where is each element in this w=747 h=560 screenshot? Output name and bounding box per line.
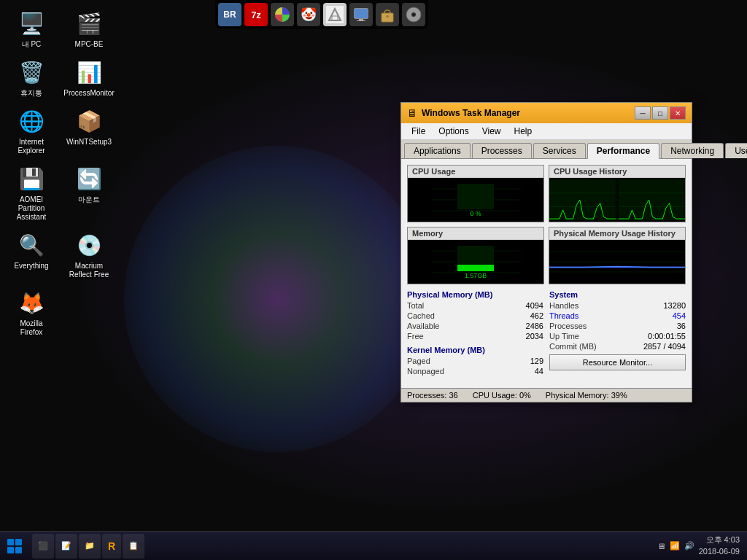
mem-history-content [549,240,685,284]
phys-mem-total: Total 4094 [407,300,543,311]
phys-mem-free-label: Free [407,332,424,341]
desktop-icon-recycle[interactable]: 🗑️ 휴지통 [6,55,57,101]
aomei-label: AOMEI Partition Assistant [9,195,54,222]
sys-handles-label: Handles [549,301,578,310]
maximize-button[interactable]: □ [652,106,668,120]
taskman-tb-icon: 📋 [128,541,139,551]
desktop-icon-macrium[interactable]: 💿 Macrium Reflect Free [63,228,115,282]
desktop-icon-mpcbe[interactable]: 🎬 MPC-BE [63,6,115,52]
launcher-pc[interactable] [349,3,373,26]
tray-speaker-icon: 🔊 [684,541,694,551]
status-cpu: CPU Usage: 0% [473,391,531,400]
winntsetup-icon: 📦 [74,106,104,136]
menu-view[interactable]: View [476,125,507,138]
tray-network-icon: 📶 [670,541,680,551]
cpu-history-graph [549,178,685,222]
system-title: System [549,290,686,299]
maount-icon: 🔄 [74,164,104,193]
launcher-disc[interactable] [402,3,425,26]
firefox-label: Mozilla Firefox [9,319,54,337]
task-manager-content: CPU Usage 0 [401,159,692,388]
start-button[interactable] [0,532,29,561]
taskbar-item-r[interactable]: R [102,534,121,559]
physical-memory-table: Physical Memory (MB) Total 4094 Cached 4… [407,290,543,341]
everything-label: Everything [14,262,48,271]
svg-rect-9 [386,15,389,18]
firefox-icon: 🦊 [17,288,46,317]
desktop-icon-maount[interactable]: 🔄 마운트 [63,161,115,225]
aomei-icon: 💾 [17,164,46,193]
resource-monitor-button[interactable]: Resource Monitor... [549,354,686,370]
taskbar-item-taskman[interactable]: 📋 [123,534,144,559]
launcher-pie[interactable] [271,3,294,26]
minimize-button[interactable]: ─ [635,106,651,120]
taskbar: ⬛ 📝 📁 R 📋 🖥 📶 🔊 오후 4:03 2018-06-09 [0,531,747,560]
cpu-usage-content: 0 % [408,178,543,222]
sys-threads: Threads 454 [549,311,686,321]
taskbar-item-folder[interactable]: 📁 [79,534,101,559]
recycle-icon: 🗑️ [17,58,46,87]
launcher-br[interactable]: BR [218,3,241,26]
window-controls: ─ □ ✕ [635,106,686,120]
macrium-icon: 💿 [74,230,104,260]
mem-history-title: Physical Memory Usage History [549,228,685,240]
menu-options[interactable]: Options [433,125,474,138]
launcher-bag[interactable] [376,3,399,26]
taskbar-item-notepad[interactable]: 📝 [55,534,77,559]
desktop-icon-processmonitor[interactable]: 📊 ProcessMonitor [63,55,115,101]
mpcbe-label: MPC-BE [75,40,104,49]
launcher-paint[interactable] [323,3,347,26]
menu-help[interactable]: Help [508,125,538,138]
kernel-nonpaged: Nonpaged 44 [407,366,543,376]
desktop-icon-ie[interactable]: 🌐 Internet Explorer [6,104,57,158]
sys-uptime-value: 0:00:01:55 [648,332,686,341]
task-manager-menubar: File Options View Help [401,123,692,140]
phys-mem-total-label: Total [407,301,424,310]
sys-uptime: Up Time 0:00:01:55 [549,331,686,341]
close-button[interactable]: ✕ [670,106,686,120]
svg-rect-5 [355,9,368,18]
processmonitor-icon: 📊 [74,58,104,87]
cmd-icon: ⬛ [38,541,48,551]
desktop-icon-grid: 🖥️ 내 PC 🎬 MPC-BE 🗑️ 휴지통 📊 ProcessMonitor… [6,6,118,340]
desktop-icon-mypc[interactable]: 🖥️ 내 PC [6,6,57,52]
ie-icon: 🌐 [17,106,46,136]
tray-clock[interactable]: 오후 4:03 2018-06-09 [699,534,740,557]
desktop-icon-winntsetup[interactable]: 📦 WinNTSetup3 [63,104,115,158]
memory-title: Memory [408,228,543,240]
winntsetup-label: WinNTSetup3 [66,138,112,147]
launcher-7zip[interactable]: 7z [244,3,268,26]
cpu-history-panel: CPU Usage History [549,165,686,222]
svg-text:0 %: 0 % [470,210,481,217]
tray-time: 오후 4:03 [699,534,740,545]
kernel-paged-value: 129 [530,357,543,365]
phys-mem-free: Free 2034 [407,331,543,341]
tab-networking[interactable]: Networking [661,143,724,158]
taskbar-item-cmd[interactable]: ⬛ [32,534,54,559]
phys-mem-cached: Cached 462 [407,311,543,321]
svg-rect-7 [357,20,365,21]
menu-file[interactable]: File [406,125,431,138]
tab-applications[interactable]: Applications [404,143,471,158]
tab-users[interactable]: Users [725,143,747,158]
tab-processes[interactable]: Processes [472,143,532,158]
svg-rect-44 [15,539,22,545]
kernel-nonpaged-label: Nonpaged [407,367,444,376]
desktop-icon-aomei[interactable]: 💾 AOMEI Partition Assistant [6,161,57,225]
desktop-icon-everything[interactable]: 🔍 Everything [6,228,57,282]
kernel-memory-table: Kernel Memory (MB) Paged 129 Nonpaged 44 [407,346,543,376]
status-processes: Processes: 36 [407,391,458,400]
task-manager-titlebar[interactable]: 🖥 Windows Task Manager ─ □ ✕ [401,103,692,123]
cpu-usage-panel: CPU Usage 0 [407,165,544,222]
tab-performance[interactable]: Performance [587,143,659,159]
desktop-icon-firefox[interactable]: 🦊 Mozilla Firefox [6,285,57,340]
svg-rect-17 [457,184,494,209]
tab-services[interactable]: Services [533,143,586,158]
mpcbe-icon: 🎬 [74,9,104,38]
windows-logo-icon [6,537,23,555]
sys-threads-value: 454 [673,311,686,320]
cpu-history-content [549,178,685,222]
launcher-clown[interactable]: 🤡 [297,3,320,26]
sys-handles-value: 13280 [663,301,686,310]
data-section: Physical Memory (MB) Total 4094 Cached 4… [407,290,686,376]
